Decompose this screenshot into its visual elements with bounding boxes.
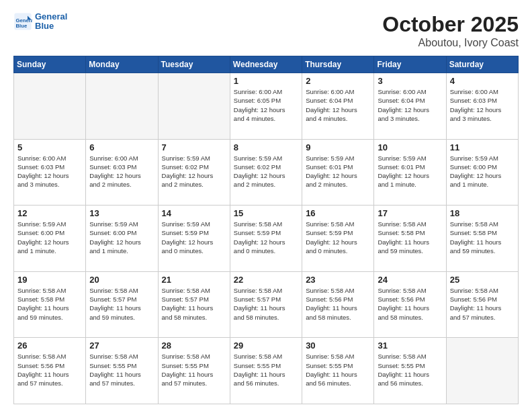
day-info: Sunrise: 6:00 AM Sunset: 6:03 PM Dayligh… (17, 154, 82, 189)
day-info: Sunrise: 5:59 AM Sunset: 6:01 PM Dayligh… (378, 154, 442, 189)
day-info: Sunrise: 5:58 AM Sunset: 5:56 PM Dayligh… (450, 286, 515, 322)
table-row: 29Sunrise: 5:58 AM Sunset: 5:55 PM Dayli… (230, 338, 302, 404)
calendar-header-row: Sunday Monday Tuesday Wednesday Thursday… (14, 56, 519, 73)
table-row: 17Sunrise: 5:58 AM Sunset: 5:58 PM Dayli… (374, 205, 446, 272)
calendar-week-row: 1Sunrise: 6:00 AM Sunset: 6:05 PM Daylig… (14, 73, 519, 140)
day-number: 10 (378, 142, 442, 152)
table-row (158, 73, 230, 140)
day-number: 9 (306, 142, 370, 152)
calendar-title: October 2025 (382, 12, 519, 37)
table-row: 5Sunrise: 6:00 AM Sunset: 6:03 PM Daylig… (14, 139, 86, 205)
day-info: Sunrise: 5:58 AM Sunset: 5:55 PM Dayligh… (162, 352, 226, 387)
day-info: Sunrise: 5:59 AM Sunset: 5:59 PM Dayligh… (162, 220, 226, 255)
day-info: Sunrise: 5:59 AM Sunset: 6:00 PM Dayligh… (450, 154, 515, 189)
col-saturday: Saturday (446, 56, 518, 73)
day-number: 14 (162, 208, 226, 218)
table-row: 12Sunrise: 5:59 AM Sunset: 6:00 PM Dayli… (14, 205, 86, 272)
day-info: Sunrise: 5:58 AM Sunset: 5:59 PM Dayligh… (234, 220, 298, 255)
calendar-week-row: 5Sunrise: 6:00 AM Sunset: 6:03 PM Daylig… (14, 139, 519, 205)
calendar-table: Sunday Monday Tuesday Wednesday Thursday… (13, 56, 519, 404)
table-row: 7Sunrise: 5:59 AM Sunset: 6:02 PM Daylig… (158, 139, 230, 205)
day-number: 31 (378, 340, 442, 351)
day-number: 5 (17, 142, 82, 152)
table-row: 2Sunrise: 6:00 AM Sunset: 6:04 PM Daylig… (302, 73, 374, 140)
day-number: 17 (378, 208, 442, 218)
table-row: 30Sunrise: 5:58 AM Sunset: 5:55 PM Dayli… (302, 338, 374, 404)
day-number: 7 (162, 142, 226, 152)
day-info: Sunrise: 5:58 AM Sunset: 5:56 PM Dayligh… (306, 286, 370, 322)
day-info: Sunrise: 5:58 AM Sunset: 5:58 PM Dayligh… (378, 220, 442, 255)
calendar-week-row: 12Sunrise: 5:59 AM Sunset: 6:00 PM Dayli… (14, 205, 519, 272)
table-row: 20Sunrise: 5:58 AM Sunset: 5:57 PM Dayli… (86, 271, 158, 338)
col-tuesday: Tuesday (158, 56, 230, 73)
table-row (446, 338, 518, 404)
logo: General Blue General Blue (13, 12, 67, 32)
table-row: 21Sunrise: 5:58 AM Sunset: 5:57 PM Dayli… (158, 271, 230, 338)
table-row: 8Sunrise: 5:59 AM Sunset: 6:02 PM Daylig… (230, 139, 302, 205)
header: General Blue General Blue October 2025 A… (13, 12, 519, 49)
col-monday: Monday (86, 56, 158, 73)
table-row: 26Sunrise: 5:58 AM Sunset: 5:56 PM Dayli… (14, 338, 86, 404)
table-row: 6Sunrise: 6:00 AM Sunset: 6:03 PM Daylig… (86, 139, 158, 205)
table-row (14, 73, 86, 140)
day-info: Sunrise: 5:59 AM Sunset: 6:01 PM Dayligh… (306, 154, 370, 189)
day-number: 8 (234, 142, 298, 152)
day-number: 3 (378, 76, 442, 86)
day-number: 22 (234, 275, 298, 285)
day-number: 20 (89, 275, 154, 285)
day-number: 29 (234, 340, 298, 351)
day-info: Sunrise: 5:58 AM Sunset: 5:56 PM Dayligh… (17, 352, 82, 387)
day-number: 12 (17, 208, 82, 218)
col-friday: Friday (374, 56, 446, 73)
table-row: 25Sunrise: 5:58 AM Sunset: 5:56 PM Dayli… (446, 271, 518, 338)
day-info: Sunrise: 5:58 AM Sunset: 5:57 PM Dayligh… (162, 286, 226, 322)
table-row: 4Sunrise: 6:00 AM Sunset: 6:03 PM Daylig… (446, 73, 518, 140)
day-number: 6 (89, 142, 154, 152)
day-info: Sunrise: 5:58 AM Sunset: 5:58 PM Dayligh… (17, 286, 82, 322)
day-info: Sunrise: 5:59 AM Sunset: 6:02 PM Dayligh… (162, 154, 226, 189)
table-row: 27Sunrise: 5:58 AM Sunset: 5:55 PM Dayli… (86, 338, 158, 404)
day-info: Sunrise: 6:00 AM Sunset: 6:03 PM Dayligh… (89, 154, 154, 189)
day-number: 24 (378, 275, 442, 285)
day-number: 30 (306, 340, 370, 351)
day-info: Sunrise: 6:00 AM Sunset: 6:03 PM Dayligh… (450, 87, 515, 123)
day-info: Sunrise: 5:58 AM Sunset: 5:57 PM Dayligh… (89, 286, 154, 322)
table-row: 15Sunrise: 5:58 AM Sunset: 5:59 PM Dayli… (230, 205, 302, 272)
table-row (86, 73, 158, 140)
day-info: Sunrise: 5:58 AM Sunset: 5:55 PM Dayligh… (89, 352, 154, 387)
day-number: 1 (234, 76, 298, 86)
table-row: 13Sunrise: 5:59 AM Sunset: 6:00 PM Dayli… (86, 205, 158, 272)
day-info: Sunrise: 5:58 AM Sunset: 5:57 PM Dayligh… (234, 286, 298, 322)
table-row: 31Sunrise: 5:58 AM Sunset: 5:55 PM Dayli… (374, 338, 446, 404)
day-info: Sunrise: 6:00 AM Sunset: 6:04 PM Dayligh… (378, 87, 442, 123)
day-number: 4 (450, 76, 515, 86)
logo-icon: General Blue (13, 12, 32, 31)
day-info: Sunrise: 5:58 AM Sunset: 5:59 PM Dayligh… (306, 220, 370, 255)
col-thursday: Thursday (302, 56, 374, 73)
day-number: 23 (306, 275, 370, 285)
table-row: 22Sunrise: 5:58 AM Sunset: 5:57 PM Dayli… (230, 271, 302, 338)
table-row: 19Sunrise: 5:58 AM Sunset: 5:58 PM Dayli… (14, 271, 86, 338)
day-info: Sunrise: 5:58 AM Sunset: 5:55 PM Dayligh… (234, 352, 298, 387)
page: General Blue General Blue October 2025 A… (0, 0, 532, 411)
title-block: October 2025 Aboutou, Ivory Coast (382, 12, 519, 49)
table-row: 1Sunrise: 6:00 AM Sunset: 6:05 PM Daylig… (230, 73, 302, 140)
table-row: 3Sunrise: 6:00 AM Sunset: 6:04 PM Daylig… (374, 73, 446, 140)
table-row: 18Sunrise: 5:58 AM Sunset: 5:58 PM Dayli… (446, 205, 518, 272)
day-info: Sunrise: 5:59 AM Sunset: 6:00 PM Dayligh… (89, 220, 154, 255)
table-row: 23Sunrise: 5:58 AM Sunset: 5:56 PM Dayli… (302, 271, 374, 338)
day-number: 28 (162, 340, 226, 351)
table-row: 10Sunrise: 5:59 AM Sunset: 6:01 PM Dayli… (374, 139, 446, 205)
col-wednesday: Wednesday (230, 56, 302, 73)
day-number: 19 (17, 275, 82, 285)
table-row: 28Sunrise: 5:58 AM Sunset: 5:55 PM Dayli… (158, 338, 230, 404)
calendar-week-row: 26Sunrise: 5:58 AM Sunset: 5:56 PM Dayli… (14, 338, 519, 404)
day-info: Sunrise: 5:58 AM Sunset: 5:55 PM Dayligh… (378, 352, 442, 387)
svg-text:Blue: Blue (16, 23, 28, 29)
day-number: 26 (17, 340, 82, 351)
day-number: 13 (89, 208, 154, 218)
day-info: Sunrise: 5:59 AM Sunset: 6:00 PM Dayligh… (17, 220, 82, 255)
day-info: Sunrise: 5:58 AM Sunset: 5:55 PM Dayligh… (306, 352, 370, 387)
day-number: 25 (450, 275, 515, 285)
logo-general: General (35, 12, 67, 21)
